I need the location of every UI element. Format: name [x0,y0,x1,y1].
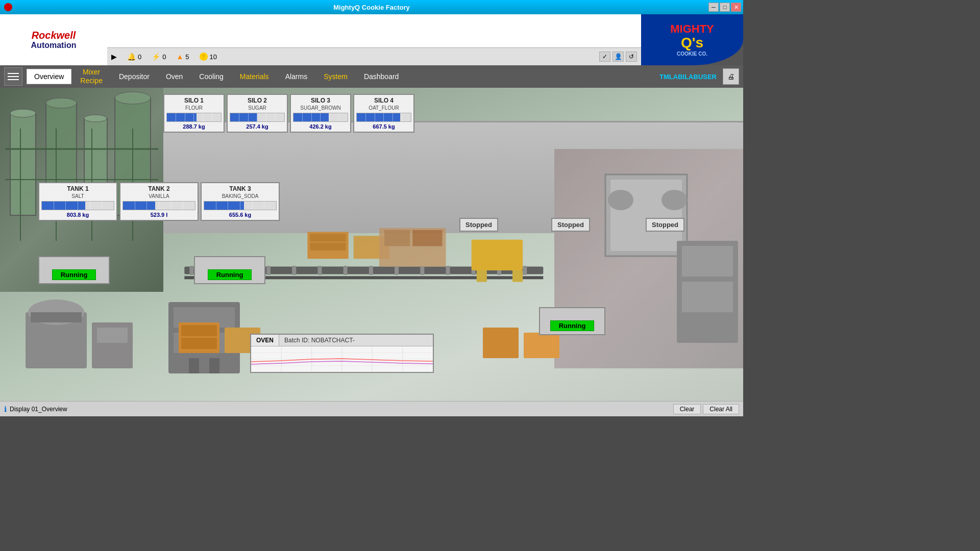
fault-indicator[interactable]: ⚡ 0 [152,53,166,61]
silo-panel-2[interactable]: SILO 2 SUGAR 257.4 kg [227,94,288,133]
silo-panel-3[interactable]: SILO 3 SUGAR_BROWN 426.2 kg [290,94,351,133]
nav-overview[interactable]: Overview [27,69,71,84]
status-bar-buttons: Clear Clear All [673,404,739,414]
tank-panel-2[interactable]: TANK 2 VANILLA 523.9 l [119,182,199,221]
svg-rect-23 [369,266,373,275]
silo-1-gauge [166,113,222,122]
refresh-button[interactable]: ↺ [626,52,637,62]
silo-4-value: 667.5 kg [356,123,411,130]
silo-2-value: 257.4 kg [230,123,285,130]
silo-4-gauge [356,113,411,122]
oven-chart [251,346,433,372]
nav-user: TMLABILABUSER [659,73,717,81]
svg-rect-21 [317,266,322,275]
stopped-1-label: Stopped [465,221,492,229]
close-button[interactable]: ✕ [731,3,741,12]
clear-button[interactable]: Clear [673,404,701,414]
hamburger-line [8,73,19,74]
tank-1-gauge [41,201,114,210]
clear-all-button[interactable]: Clear All [703,404,739,414]
svg-rect-56 [483,328,519,358]
app-icon [4,3,12,11]
running-box-3[interactable]: Running [539,307,605,335]
maximize-button[interactable]: □ [720,3,730,12]
status-bar: ℹ Display 01_Overview Clear Clear All [0,401,743,416]
status-stopped-2[interactable]: Stopped [551,218,590,232]
tank-1-material: SALT [41,193,114,199]
hamburger-menu[interactable] [4,67,22,86]
svg-rect-54 [181,338,217,349]
nav-system[interactable]: System [316,69,355,84]
nav-depositor[interactable]: Depositor [111,69,157,84]
nav-materials[interactable]: Materials [232,69,277,84]
status-bar-info: ℹ Display 01_Overview [4,405,67,413]
svg-rect-32 [310,243,346,251]
tank-panel-3[interactable]: TANK 3 BAKING_SODA 655.6 kg [201,182,280,221]
logo-automation-text: Automation [31,41,77,50]
header-center: ▶ 🔔 0 ⚡ 0 ▲ 5 ? 10 ✓ 👤 ↺ [107,14,641,65]
silo-panel-1[interactable]: SILO 1 FLOUR 288.7 kg [163,94,225,133]
svg-rect-39 [412,230,442,246]
tank-2-gauge [122,201,195,210]
alarm-icon: 🔔 [127,53,136,61]
svg-point-5 [84,115,107,122]
warning-indicator[interactable]: ▲ 5 [176,53,189,61]
print-button[interactable]: 🖨 [723,68,739,85]
minimize-button[interactable]: ─ [708,3,719,12]
title-bar: MightyQ Cookie Factory ─ □ ✕ [0,0,743,14]
silo-3-material: SUGAR_BROWN [293,105,348,111]
logo-rockwell-text: Rockwell [31,30,77,41]
toolbar-check-group: ✓ 👤 ↺ [599,52,637,62]
silo-panel-4[interactable]: SILO 4 OAT_FLOUR 667.5 kg [353,94,414,133]
svg-rect-25 [420,266,424,275]
tank-3-value: 655.6 kg [204,212,277,218]
silo-1-title: SILO 1 [166,97,222,104]
window-title: MightyQ Cookie Factory [333,4,410,11]
status-stopped-3[interactable]: Stopped [646,218,684,232]
silo-2-material: SUGAR [230,105,285,111]
alarm-indicator[interactable]: 🔔 0 [127,53,141,61]
nav-oven[interactable]: Oven [158,69,190,84]
check-button[interactable]: ✓ [599,52,610,62]
nav-mixer-recipe[interactable]: Mixer Recipe [72,66,110,87]
nav-cooling[interactable]: Cooling [191,69,231,84]
running-2-badge: Running [208,269,252,280]
tank-2-title: TANK 2 [122,185,195,192]
silo-2-gauge [230,113,285,122]
silo-3-value: 426.2 kg [293,123,348,130]
hamburger-line [8,79,19,80]
svg-rect-57 [524,333,559,358]
main-content: SILO 1 FLOUR 288.7 kg SILO 2 SUGAR [0,88,743,401]
user-button[interactable]: 👤 [612,52,624,62]
tank-3-title: TANK 3 [204,185,277,192]
silo-3-title: SILO 3 [293,97,348,104]
nav-dashboard[interactable]: Dashboard [356,69,407,84]
svg-rect-50 [682,246,733,277]
svg-rect-74 [189,358,199,373]
info-indicator[interactable]: ? 10 [200,53,217,61]
nav-mixer-line2: Recipe [80,77,103,85]
svg-rect-29 [523,266,527,275]
status-bar-text: Display 01_Overview [10,406,67,413]
svg-point-47 [608,190,633,210]
nav-mixer-line1: Mixer [83,68,100,77]
status-stopped-1[interactable]: Stopped [459,218,498,232]
tank-panel-1[interactable]: TANK 1 SALT 803.8 kg [38,182,117,221]
oven-label: OVEN [251,335,279,346]
running-box-1[interactable]: Running [38,256,110,284]
svg-rect-19 [266,266,271,275]
oven-panel[interactable]: OVEN Batch ID: NOBATCHACT- [250,334,434,373]
svg-rect-75 [209,358,219,373]
warning-count: 5 [185,53,189,61]
running-box-2[interactable]: Running [194,256,265,284]
tank-3-gauge [204,201,277,210]
warning-icon: ▲ [176,53,183,61]
header: Rockwell Automation ▶ 🔔 0 ⚡ 0 ▲ 5 ? 1 [0,14,743,65]
svg-rect-20 [292,266,296,275]
svg-point-1 [10,109,36,117]
nav-alarms[interactable]: Alarms [278,69,315,84]
info-icon: ? [200,53,208,61]
svg-rect-22 [344,266,348,275]
oven-header: OVEN Batch ID: NOBATCHACT- [251,335,433,346]
navbar: Overview Mixer Recipe Depositor Oven Coo… [0,65,743,88]
